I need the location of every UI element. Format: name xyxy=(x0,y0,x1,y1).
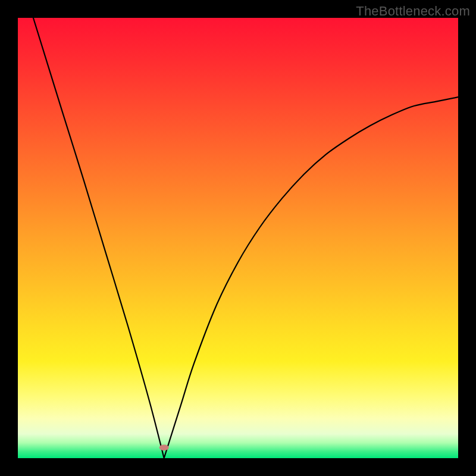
optimal-marker xyxy=(159,444,169,450)
bottleneck-curve xyxy=(18,18,458,458)
plot-area xyxy=(18,18,458,458)
watermark-label: TheBottleneck.com xyxy=(356,4,470,19)
chart-frame: TheBottleneck.com xyxy=(0,0,476,476)
